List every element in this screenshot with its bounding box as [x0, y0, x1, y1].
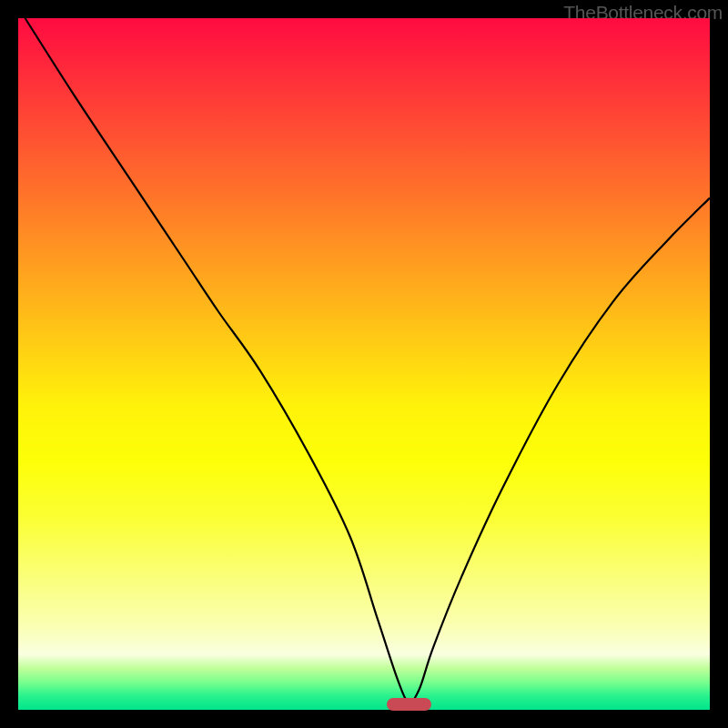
bottleneck-curve-path — [25, 18, 710, 702]
plot-area — [18, 18, 710, 710]
optimum-marker — [387, 698, 431, 711]
curve-svg — [18, 18, 710, 710]
chart-container: TheBottleneck.com — [0, 0, 728, 728]
